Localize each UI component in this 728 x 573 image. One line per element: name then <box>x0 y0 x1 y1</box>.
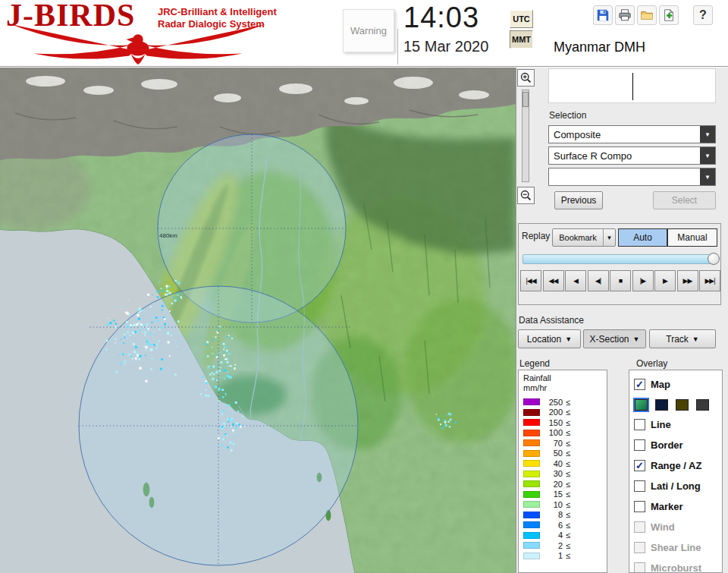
legend-le-symbol: ≤ <box>566 449 570 458</box>
legend-le-symbol: ≤ <box>566 500 570 509</box>
magnifier-plus-icon <box>519 71 532 84</box>
manual-mode-button[interactable]: Manual <box>667 228 717 247</box>
chevron-down-icon[interactable]: ▼ <box>700 147 715 164</box>
legend-le-symbol: ≤ <box>566 439 570 448</box>
vcr-button-5[interactable]: |▶ <box>632 270 654 291</box>
vcr-button-0[interactable]: |◀◀ <box>520 270 541 291</box>
legend-color-swatch <box>523 439 540 446</box>
zoom-in-button[interactable] <box>517 69 535 87</box>
overlay-item-line[interactable]: Line <box>634 414 722 435</box>
empty-dropdown[interactable]: ▼ <box>548 168 716 186</box>
checkbox[interactable] <box>634 480 645 492</box>
map-style-swatch-dark-navy[interactable] <box>655 399 668 411</box>
composite-dropdown[interactable]: Composite ▼ <box>548 125 716 143</box>
info-textbox[interactable] <box>548 68 716 103</box>
legend-value: 50 <box>543 449 563 458</box>
legend-row: 250≤ <box>523 397 607 408</box>
bookmark-button[interactable]: Bookmark ▼ <box>552 228 616 247</box>
overlay-item-border[interactable]: Border <box>634 435 722 455</box>
legend-le-symbol: ≤ <box>566 469 570 478</box>
checkbox[interactable] <box>634 501 645 512</box>
zoom-out-button[interactable] <box>517 187 535 204</box>
legend-le-symbol: ≤ <box>566 480 570 489</box>
export-button[interactable] <box>659 5 679 25</box>
data-assistance-label: Data Assistance <box>519 315 584 326</box>
legend-color-swatch <box>523 512 540 518</box>
utc-button[interactable]: UTC <box>510 10 533 28</box>
checkbox[interactable]: ✓ <box>634 460 645 471</box>
zoom-slider-thumb[interactable] <box>522 92 529 107</box>
legend-le-symbol: ≤ <box>566 521 570 530</box>
chevron-down-icon[interactable]: ▼ <box>700 168 715 185</box>
previous-button[interactable]: Previous <box>554 191 603 209</box>
location-button[interactable]: Location ▼ <box>518 329 581 348</box>
chevron-down-icon: ▼ <box>565 335 572 343</box>
overlay-item-range-az[interactable]: ✓Range / AZ <box>634 455 722 476</box>
warning-button[interactable]: Warning <box>343 9 394 52</box>
map-style-swatch-dark-gray[interactable] <box>696 399 709 411</box>
legend-color-swatch <box>523 398 540 405</box>
help-button[interactable]: ? <box>693 5 713 25</box>
header-divider <box>397 29 398 65</box>
mmt-button[interactable]: MMT <box>510 30 533 49</box>
print-button[interactable] <box>615 5 635 25</box>
checkbox[interactable] <box>634 439 645 451</box>
legend-row: 4≤ <box>523 530 607 541</box>
overlay-item-label: Lati / Long <box>651 480 701 492</box>
product-dropdown[interactable]: Surface R Compo ▼ <box>548 146 716 165</box>
overlay-item-map[interactable]: ✓Map <box>634 374 722 395</box>
overlay-item-label: Marker <box>651 501 683 512</box>
radar-map[interactable]: 480km <box>0 68 516 573</box>
legend-color-swatch <box>523 480 540 487</box>
replay-slider-handle[interactable] <box>708 253 720 265</box>
overlay-item-label: Line <box>651 419 671 430</box>
legend-color-swatch <box>523 501 540 508</box>
product-dropdown-value: Surface R Compo <box>549 150 700 162</box>
vcr-button-3[interactable]: ◀| <box>588 270 609 291</box>
legend-value: 2 <box>543 541 563 550</box>
vcr-button-4[interactable]: ■ <box>610 270 631 291</box>
replay-timeline-slider[interactable] <box>522 254 717 264</box>
save-button[interactable] <box>593 5 613 25</box>
overlay-item-marker[interactable]: Marker <box>634 496 722 517</box>
legend-value: 8 <box>543 510 563 519</box>
open-folder-button[interactable] <box>637 5 657 25</box>
track-button[interactable]: Track ▼ <box>649 329 716 348</box>
legend-color-swatch <box>523 419 540 426</box>
range-ring-label: 480km <box>159 232 177 239</box>
legend-color-swatch <box>523 460 540 467</box>
legend-le-symbol: ≤ <box>566 541 570 550</box>
checkbox[interactable] <box>634 419 645 430</box>
map-style-swatches <box>634 395 722 414</box>
legend-row: 1≤ <box>523 551 607 562</box>
legend-le-symbol: ≤ <box>566 398 570 407</box>
legend-row: 6≤ <box>523 520 607 530</box>
vcr-button-8[interactable]: ▶▶| <box>699 270 720 291</box>
map-style-swatch-terrain-green[interactable] <box>635 399 648 411</box>
vcr-button-6[interactable]: ▶ <box>654 270 676 291</box>
vcr-button-7[interactable]: ▶▶ <box>677 270 698 291</box>
overlay-item-label: Range / AZ <box>651 460 701 471</box>
clock-time: 14:03 <box>403 2 479 34</box>
x-section-button[interactable]: X-Section ▼ <box>583 329 646 348</box>
legend-unit-line1: Rainfall <box>523 373 607 383</box>
legend-color-swatch <box>523 532 540 539</box>
legend-row: 40≤ <box>523 458 607 469</box>
chevron-down-icon[interactable]: ▼ <box>700 126 715 143</box>
map-style-swatch-dark-olive[interactable] <box>676 399 689 411</box>
checkbox[interactable]: ✓ <box>634 379 645 390</box>
auto-mode-button[interactable]: Auto <box>618 228 667 247</box>
legend-le-symbol: ≤ <box>566 459 570 468</box>
legend-value: 200 <box>543 408 563 417</box>
vcr-button-1[interactable]: ◀◀ <box>543 270 564 291</box>
vcr-button-2[interactable]: ◀ <box>565 270 586 291</box>
legend-value: 150 <box>543 418 563 427</box>
legend-value: 15 <box>543 490 563 499</box>
zoom-slider[interactable] <box>522 90 529 182</box>
legend-le-symbol: ≤ <box>566 408 570 417</box>
legend-le-symbol: ≤ <box>566 428 570 437</box>
text-cursor <box>632 73 633 100</box>
overlay-item-lati-long[interactable]: Lati / Long <box>634 476 722 496</box>
legend-row: 150≤ <box>523 417 607 428</box>
radar-map-canvas[interactable]: 480km <box>0 68 516 573</box>
